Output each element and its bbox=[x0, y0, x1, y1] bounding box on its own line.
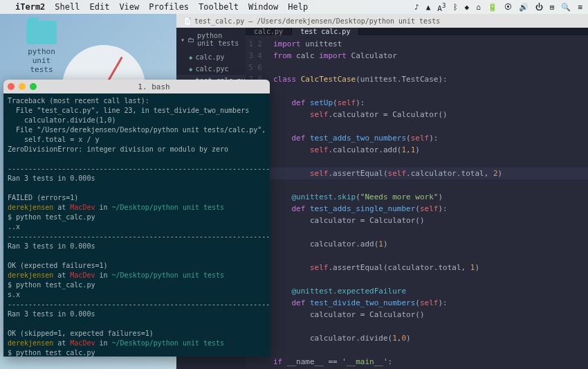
editor-titlebar[interactable]: 📄 test_calc.py — /Users/derekjensen/Desk… bbox=[176, 14, 588, 28]
menu-extra-icon[interactable]: ⊞ bbox=[550, 3, 555, 12]
menu-extra-icon[interactable]: ≡ bbox=[578, 3, 582, 12]
tab-test-calc[interactable]: test_calc.py bbox=[292, 28, 359, 35]
wifi-icon[interactable]: ⦿ bbox=[504, 3, 512, 12]
folder-label: python unit tests bbox=[21, 47, 62, 74]
terminal-output[interactable]: Traceback (most recent call last): File … bbox=[3, 93, 270, 357]
terminal-title: 1. bash bbox=[42, 82, 266, 91]
mac-menubar: iTerm2 Shell Edit View Profiles Toolbelt… bbox=[0, 0, 588, 14]
menubar-item[interactable]: Window bbox=[248, 2, 278, 12]
editor-title-file: test_calc.py bbox=[194, 17, 244, 25]
file-icon: ◆ bbox=[189, 54, 192, 61]
menu-extra-icon[interactable]: ♪ bbox=[414, 3, 419, 12]
menubar-item[interactable]: Toolbelt bbox=[199, 2, 239, 12]
menubar-item[interactable]: Help bbox=[288, 2, 308, 12]
menu-extra-icon[interactable]: ⌂ bbox=[476, 3, 481, 12]
terminal-window: 1. bash Traceback (most recent call last… bbox=[3, 80, 270, 357]
menu-extra-icon[interactable]: A3 bbox=[437, 1, 445, 13]
menu-extra-icon[interactable]: ⏻ bbox=[535, 3, 543, 12]
folder-icon bbox=[26, 21, 57, 44]
dropbox-icon[interactable]: ◆ bbox=[465, 3, 470, 12]
menubar-item[interactable]: View bbox=[119, 2, 139, 12]
code-editor[interactable]: 1 2 3 4 5 6 7 8 9 10 11 12 13 14 15 16 1… bbox=[246, 35, 588, 369]
menubar-item[interactable]: Shell bbox=[55, 2, 80, 12]
zoom-icon[interactable] bbox=[30, 83, 37, 90]
file-icon: ◆ bbox=[189, 66, 192, 73]
menubar-item[interactable]: Profiles bbox=[149, 2, 189, 12]
sidebar-file[interactable]: ◆calc.pyc bbox=[176, 63, 246, 75]
bluetooth-icon[interactable]: ᛒ bbox=[453, 3, 458, 12]
menu-extra-icon[interactable]: ▲ bbox=[426, 3, 431, 12]
menubar-item[interactable]: Edit bbox=[89, 2, 109, 12]
file-icon: 📄 bbox=[183, 17, 192, 25]
folder-icon: 🗀 bbox=[187, 36, 194, 44]
search-icon[interactable]: 🔍 bbox=[561, 3, 571, 12]
tab-calc[interactable]: calc.py bbox=[246, 28, 292, 35]
sidebar-file[interactable]: ◆calc.py bbox=[176, 51, 246, 63]
sidebar-root[interactable]: ▾ 🗀 python unit tests bbox=[176, 28, 246, 51]
desktop-folder[interactable]: python unit tests bbox=[21, 21, 62, 74]
editor-title-path: — /Users/derekjensen/Desktop/python unit… bbox=[248, 17, 440, 25]
volume-icon[interactable]: 🔊 bbox=[519, 3, 529, 12]
code-body[interactable]: import unittest from calc import Calcula… bbox=[268, 35, 588, 369]
chevron-down-icon: ▾ bbox=[181, 36, 185, 44]
close-icon[interactable] bbox=[8, 83, 15, 90]
menubar-app[interactable]: iTerm2 bbox=[15, 2, 45, 12]
battery-icon[interactable]: 🔋 bbox=[488, 3, 497, 12]
editor-tabs: calc.py test_calc.py bbox=[246, 28, 588, 35]
terminal-titlebar[interactable]: 1. bash bbox=[3, 80, 270, 93]
minimize-icon[interactable] bbox=[19, 83, 26, 90]
